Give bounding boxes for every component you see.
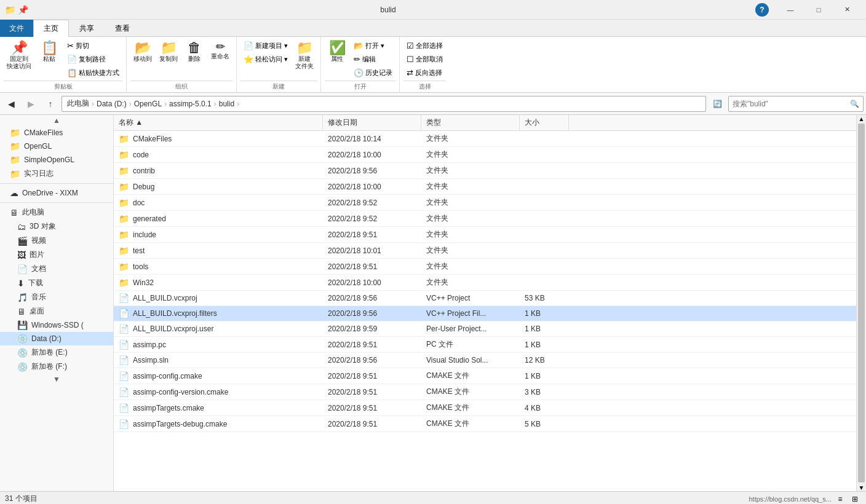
tab-file[interactable]: 文件 bbox=[0, 20, 33, 37]
select-all-btn[interactable]: ☑全部选择 bbox=[403, 39, 446, 52]
paste-btn[interactable]: 📋 粘贴 bbox=[36, 39, 63, 65]
view-list-btn[interactable]: ≡ bbox=[834, 493, 846, 505]
properties-btn[interactable]: ✅ 属性 bbox=[325, 39, 349, 65]
up-btn[interactable]: ↑ bbox=[42, 96, 59, 112]
sidebar-windows-ssd[interactable]: 💾 Windows-SSD ( bbox=[0, 318, 113, 332]
sidebar-item-opengl[interactable]: 📁 OpenGL bbox=[0, 140, 113, 153]
sidebar-pictures[interactable]: 🖼 图片 bbox=[0, 248, 113, 262]
file-row-assimp-sln[interactable]: 📄Assimp.sln 2020/2/18 9:56 Visual Studio… bbox=[114, 353, 856, 368]
tab-share[interactable]: 共享 bbox=[69, 20, 105, 37]
file-row-doc[interactable]: 📁doc 2020/2/18 9:52 文件夹 bbox=[114, 195, 856, 211]
back-btn[interactable]: ◀ bbox=[2, 96, 20, 112]
edit-btn[interactable]: ✏编辑 bbox=[351, 53, 395, 66]
sidebar-item-diary[interactable]: 📁 实习日志 bbox=[0, 167, 113, 181]
col-header-size[interactable]: 大小 bbox=[520, 115, 569, 130]
maximize-btn[interactable]: □ bbox=[804, 0, 833, 20]
sidebar-this-pc[interactable]: 🖥 此电脑 bbox=[0, 205, 113, 219]
file-row-all-build-user[interactable]: 📄ALL_BUILD.vcxproj.user 2020/2/18 9:59 P… bbox=[114, 321, 856, 337]
search-input[interactable] bbox=[733, 100, 848, 108]
history-btn[interactable]: 🕒历史记录 bbox=[351, 66, 395, 79]
scroll-thumb[interactable] bbox=[858, 124, 865, 482]
easy-access-btn[interactable]: ⭐轻松访问 ▾ bbox=[240, 53, 291, 66]
file-row-cmakefiles[interactable]: 📁CMakeFiles 2020/2/18 10:14 文件夹 bbox=[114, 131, 856, 147]
delete-btn[interactable]: 🗑 删除 bbox=[182, 39, 207, 65]
scroll-down-btn[interactable]: ▼ bbox=[857, 484, 866, 491]
file-row-contrib[interactable]: 📁contrib 2020/2/18 9:56 文件夹 bbox=[114, 163, 856, 179]
refresh-btn[interactable]: 🔄 bbox=[709, 96, 726, 112]
breadcrumb-pc[interactable]: 此电脑 bbox=[67, 98, 89, 109]
sidebar-music[interactable]: 🎵 音乐 bbox=[0, 290, 113, 304]
drive-d-icon: 💿 bbox=[17, 334, 28, 344]
address-path[interactable]: 此电脑 › Data (D:) › OpenGL › assimp-5.0.1 … bbox=[62, 96, 706, 112]
file-row-debug[interactable]: 📁Debug 2020/2/18 10:00 文件夹 bbox=[114, 179, 856, 195]
invert-select-btn[interactable]: ⇄反向选择 bbox=[403, 66, 446, 79]
pin-quickaccess-btn[interactable]: 📌 固定到快速访问 bbox=[4, 39, 34, 72]
sidebar-drive-e[interactable]: 💿 新加卷 (E:) bbox=[0, 345, 113, 360]
file-row-all-build-vcxproj[interactable]: 📄ALL_BUILD.vcxproj 2020/2/18 9:56 VC++ P… bbox=[114, 291, 856, 306]
file-row-win32[interactable]: 📁Win32 2020/2/18 10:00 文件夹 bbox=[114, 275, 856, 291]
sidebar-scroll-up[interactable]: ▲ bbox=[0, 115, 113, 126]
file-row-assimp-config-version[interactable]: 📄assimp-config-version.cmake 2020/2/18 9… bbox=[114, 384, 856, 400]
help-btn[interactable]: ? bbox=[748, 0, 776, 20]
sidebar-onedrive[interactable]: ☁ OneDrive - XIXM bbox=[0, 186, 113, 200]
sidebar-data-d[interactable]: 💿 Data (D:) bbox=[0, 332, 113, 345]
scrollbar[interactable]: ▲ ▼ bbox=[856, 115, 866, 491]
file-row-generated[interactable]: 📁generated 2020/2/18 9:52 文件夹 bbox=[114, 211, 856, 227]
select-buttons: ☑全部选择 ☐全部取消 ⇄反向选择 bbox=[403, 39, 446, 79]
new-buttons: 📄新建项目 ▾ ⭐轻松访问 ▾ 📁 新建文件夹 bbox=[240, 39, 317, 79]
sidebar-desktop[interactable]: 🖥 桌面 bbox=[0, 304, 113, 318]
tab-home[interactable]: 主页 bbox=[33, 20, 69, 37]
copy-path-btn[interactable]: 📄复制路径 bbox=[64, 53, 122, 66]
copy-to-btn[interactable]: 📁 复制到 bbox=[156, 39, 181, 65]
sidebar-drive-f[interactable]: 💿 新加卷 (F:) bbox=[0, 360, 113, 374]
rename-icon: ✏ bbox=[216, 41, 225, 52]
breadcrumb-bulid[interactable]: bulid bbox=[219, 100, 234, 108]
file-row-assimp-config-cmake[interactable]: 📄assimp-config.cmake 2020/2/18 9:51 CMAK… bbox=[114, 368, 856, 384]
search-box[interactable]: 🔍 bbox=[728, 96, 864, 112]
sidebar-item-simpleopengl[interactable]: 📁 SimpleOpenGL bbox=[0, 153, 113, 167]
file-row-all-build-filters[interactable]: 📄ALL_BUILD.vcxproj.filters 2020/2/18 9:5… bbox=[114, 306, 856, 321]
file-row-code[interactable]: 📁code 2020/2/18 10:00 文件夹 bbox=[114, 147, 856, 163]
select-all-icon: ☑ bbox=[407, 41, 414, 50]
rename-btn[interactable]: ✏ 重命名 bbox=[208, 39, 232, 62]
file-row-include[interactable]: 📁include 2020/2/18 9:51 文件夹 bbox=[114, 227, 856, 243]
close-btn[interactable]: ✕ bbox=[833, 0, 861, 20]
open-btn[interactable]: 📂打开 ▾ bbox=[351, 39, 395, 52]
new-label: 新建 bbox=[240, 81, 317, 91]
properties-icon: ✅ bbox=[329, 41, 346, 55]
forward-btn[interactable]: ▶ bbox=[22, 96, 39, 112]
sidebar-scroll-down[interactable]: ▼ bbox=[0, 374, 113, 385]
ribbon-group-select: ☑全部选择 ☐全部取消 ⇄反向选择 选择 bbox=[400, 37, 450, 92]
music-icon: 🎵 bbox=[17, 293, 28, 302]
minimize-btn[interactable]: — bbox=[776, 0, 804, 20]
scroll-up-btn[interactable]: ▲ bbox=[857, 115, 866, 122]
file-row-assimptargets-debug[interactable]: 📄assimpTargets-debug.cmake 2020/2/18 9:5… bbox=[114, 416, 856, 432]
select-none-btn[interactable]: ☐全部取消 bbox=[403, 53, 446, 66]
breadcrumb-assimp[interactable]: assimp-5.0.1 bbox=[169, 100, 212, 108]
file-row-test[interactable]: 📁test 2020/2/18 10:01 文件夹 bbox=[114, 243, 856, 259]
file-row-assimptargets[interactable]: 📄assimpTargets.cmake 2020/2/18 9:51 CMAK… bbox=[114, 400, 856, 416]
col-header-type[interactable]: 类型 bbox=[421, 115, 520, 130]
view-grid-btn[interactable]: ⊞ bbox=[849, 493, 861, 505]
move-icon: 📂 bbox=[135, 41, 151, 55]
sidebar-videos[interactable]: 🎬 视频 bbox=[0, 234, 113, 248]
file-row-assimp-pc[interactable]: 📄assimp.pc 2020/2/18 9:51 PC 文件 1 KB bbox=[114, 337, 856, 353]
col-header-date[interactable]: 修改日期 bbox=[323, 115, 421, 130]
breadcrumb-data-d[interactable]: Data (D:) bbox=[97, 100, 127, 108]
paste-shortcut-btn[interactable]: 📋粘贴快捷方式 bbox=[64, 66, 122, 79]
col-header-name[interactable]: 名称 ▲ bbox=[114, 115, 323, 130]
paste-icon: 📋 bbox=[41, 41, 58, 55]
new-item-btn[interactable]: 📄新建项目 ▾ bbox=[240, 39, 291, 52]
tab-view[interactable]: 查看 bbox=[105, 20, 140, 37]
copy-paste-group: 📋 粘贴 bbox=[36, 39, 63, 65]
new-folder-btn[interactable]: 📁 新建文件夹 bbox=[292, 39, 317, 72]
move-to-btn[interactable]: 📂 移动到 bbox=[130, 39, 155, 65]
breadcrumb-opengl[interactable]: OpenGL bbox=[134, 100, 162, 108]
file-row-tools[interactable]: 📁tools 2020/2/18 9:51 文件夹 bbox=[114, 259, 856, 275]
sidebar-documents[interactable]: 📄 文档 bbox=[0, 262, 113, 276]
sidebar-item-cmakefiles[interactable]: 📁 CMakeFiles bbox=[0, 126, 113, 140]
folder-icon: 📁 bbox=[119, 214, 129, 224]
sidebar-downloads[interactable]: ⬇ 下载 bbox=[0, 276, 113, 290]
cut-btn[interactable]: ✂剪切 bbox=[64, 39, 122, 52]
sidebar-3d-objects[interactable]: 🗂 3D 对象 bbox=[0, 219, 113, 234]
